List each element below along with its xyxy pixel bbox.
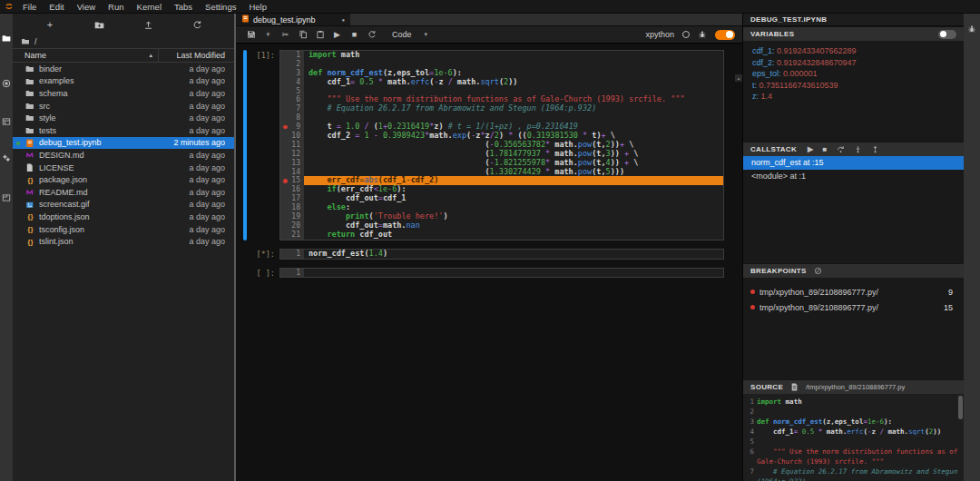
line-gutter[interactable]: 3 <box>280 69 304 78</box>
continue-button[interactable]: ▶ <box>808 145 813 153</box>
column-name[interactable]: Name ▴ <box>13 51 158 60</box>
line-gutter[interactable]: 1 <box>280 269 304 278</box>
new-folder-button[interactable] <box>91 17 107 32</box>
step-out-button[interactable] <box>871 145 879 153</box>
stack-frame[interactable]: <module> at :1 <box>743 170 964 183</box>
line-gutter[interactable]: 8 <box>280 113 304 123</box>
line-gutter[interactable]: 1 <box>280 51 304 60</box>
refresh-button[interactable] <box>189 17 205 32</box>
line-gutter[interactable]: 19 <box>280 212 304 221</box>
breadcrumb[interactable]: / <box>13 35 234 48</box>
open-tabs-icon[interactable] <box>0 191 13 204</box>
variable-cdf_2[interactable]: cdf_2: 0.9192432848670947 <box>743 57 964 69</box>
code-cell-3[interactable]: [ ]:1 <box>236 268 742 279</box>
menu-run[interactable]: Run <box>102 0 130 14</box>
new-launcher-button[interactable]: + <box>42 17 58 32</box>
menu-settings[interactable]: Settings <box>199 0 242 14</box>
breakpoint-icon[interactable] <box>283 125 288 130</box>
line-gutter[interactable]: 5 <box>280 87 304 96</box>
add-button[interactable]: + <box>260 28 276 42</box>
cell-type-dropdown[interactable]: Code ▾ <box>388 30 431 39</box>
line-gutter[interactable]: 17 <box>280 194 304 203</box>
menu-help[interactable]: Help <box>242 0 273 14</box>
menu-view[interactable]: View <box>71 0 102 14</box>
bug-icon[interactable] <box>698 30 707 39</box>
line-gutter[interactable]: 20 <box>280 221 304 231</box>
extensions-icon[interactable] <box>0 152 13 164</box>
file-row-binder[interactable]: bindera day ago <box>13 63 234 75</box>
upload-button[interactable] <box>140 17 156 32</box>
bug-icon[interactable] <box>965 23 978 35</box>
line-gutter[interactable]: 1 <box>280 250 304 259</box>
line-gutter[interactable]: 10 <box>280 132 304 141</box>
menu-kernel[interactable]: Kernel <box>131 0 168 14</box>
menu-edit[interactable]: Edit <box>43 0 70 14</box>
copy-button[interactable] <box>295 28 310 42</box>
line-gutter[interactable]: 9 <box>280 123 304 132</box>
step-over-button[interactable] <box>837 145 845 153</box>
file-row-package.json[interactable]: { }package.jsona day ago <box>13 173 234 186</box>
property-inspector-icon[interactable] <box>0 115 13 128</box>
close-icon[interactable]: ● <box>341 17 345 23</box>
file-row-tdoptions.json[interactable]: { }tdoptions.jsona day ago <box>13 211 234 223</box>
variables-view-toggle[interactable] <box>938 30 956 39</box>
file-row-debug_test.ipynb[interactable]: debug_test.ipynb2 minutes ago <box>13 137 234 150</box>
open-source-file-icon[interactable] <box>790 383 799 391</box>
cell-editor[interactable]: 1norm_cdf_est(1.4) <box>279 249 724 260</box>
file-row-style[interactable]: stylea day ago <box>13 112 234 124</box>
cell-editor[interactable]: 1import math23def norm_cdf_est(z,eps_tol… <box>279 50 724 240</box>
remove-all-breakpoints-icon[interactable] <box>814 267 822 275</box>
variable-cdf_1[interactable]: cdf_1: 0.9192433407662289 <box>743 45 964 57</box>
line-gutter[interactable]: 11 <box>280 141 304 150</box>
line-gutter[interactable]: 6 <box>280 95 304 104</box>
debugger-toggle[interactable] <box>715 30 735 40</box>
line-gutter[interactable]: 15 <box>280 176 304 185</box>
line-gutter[interactable]: 16 <box>280 185 304 194</box>
scroll-up-arrow[interactable]: ▴ <box>735 74 742 82</box>
save-button[interactable] <box>243 28 259 42</box>
file-row-src[interactable]: srca day ago <box>13 100 234 113</box>
file-row-schema[interactable]: schemaa day ago <box>13 87 234 100</box>
stop-button[interactable]: ■ <box>347 28 362 42</box>
line-gutter[interactable]: 18 <box>280 203 304 212</box>
file-row-DESIGN.md[interactable]: DESIGN.mda day ago <box>13 149 234 162</box>
line-gutter[interactable]: 14 <box>280 168 304 177</box>
breakpoint-icon[interactable] <box>283 179 288 183</box>
code-cell-2[interactable]: [*]:1norm_cdf_est(1.4) <box>236 249 742 260</box>
restart-button[interactable] <box>364 28 379 42</box>
file-row-screencast.gif[interactable]: screencast.gifa day ago <box>13 199 234 211</box>
file-browser-icon[interactable] <box>0 32 13 44</box>
running-kernels-icon[interactable] <box>0 77 13 90</box>
file-row-examples[interactable]: examplesa day ago <box>13 75 234 88</box>
line-gutter[interactable]: 21 <box>280 231 304 240</box>
line-gutter[interactable]: 2 <box>280 60 304 69</box>
variable-eps_tol[interactable]: eps_tol: 0.000001 <box>743 68 964 80</box>
variable-z[interactable]: z: 1.4 <box>743 91 964 103</box>
cut-button[interactable]: ✂ <box>278 28 293 42</box>
kernel-name[interactable]: xpython <box>645 30 674 39</box>
run-button[interactable]: ▶ <box>329 28 345 42</box>
step-in-button[interactable] <box>854 145 862 153</box>
file-row-tsconfig.json[interactable]: { }tsconfig.jsona day ago <box>13 223 234 236</box>
file-row-README.md[interactable]: README.mda day ago <box>13 186 234 199</box>
column-last-modified[interactable]: Last Modified <box>158 49 234 62</box>
variable-t[interactable]: t: 0.7351166743610539 <box>743 80 964 92</box>
file-row-tests[interactable]: testsa day ago <box>13 124 234 137</box>
file-row-LICENSE[interactable]: LICENSEa day ago <box>13 162 234 174</box>
source-scrollbar[interactable] <box>958 396 963 419</box>
line-gutter[interactable]: 12 <box>280 150 304 159</box>
line-gutter[interactable]: 13 <box>280 159 304 168</box>
tab-debug-test-ipynb[interactable]: debug_test.ipynb ● <box>236 14 350 25</box>
line-gutter[interactable]: 7 <box>280 104 304 113</box>
breakpoint-row[interactable]: tmp/xpython_89/2108896777.py/15 <box>743 299 964 315</box>
stack-frame[interactable]: norm_cdf_est at :15 <box>743 156 964 170</box>
terminate-button[interactable]: ■ <box>822 145 827 153</box>
cell-editor[interactable]: 1 <box>279 268 724 279</box>
line-gutter[interactable]: 4 <box>280 78 304 87</box>
code-cell-1[interactable]: [1]:1import math23def norm_cdf_est(z,eps… <box>236 50 742 240</box>
menu-tabs[interactable]: Tabs <box>168 0 199 14</box>
menu-file[interactable]: File <box>16 0 43 14</box>
breakpoint-row[interactable]: tmp/xpython_89/2108896777.py/9 <box>743 284 964 299</box>
breadcrumb-root[interactable]: / <box>34 37 37 46</box>
file-row-tslint.json[interactable]: { }tslint.jsona day ago <box>13 235 234 248</box>
